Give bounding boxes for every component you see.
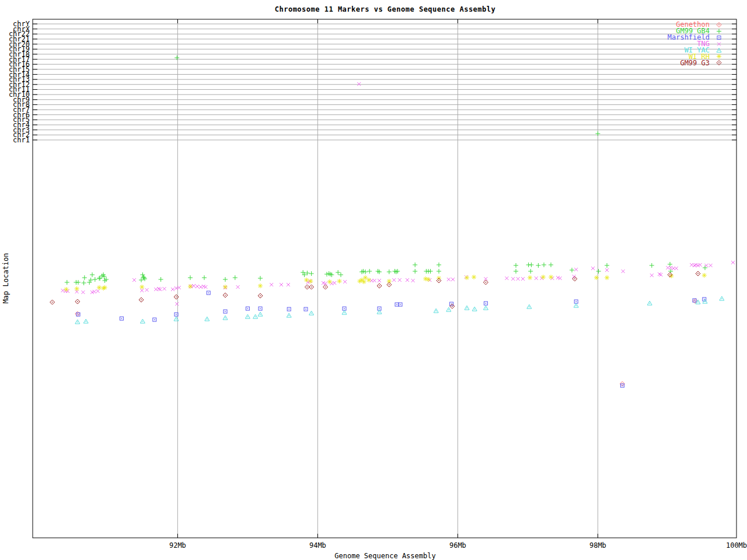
- data-point: [357, 82, 361, 86]
- data-point: [363, 275, 368, 280]
- data-point: [511, 277, 515, 281]
- plus-marker-icon: [714, 28, 724, 34]
- x-tick-label-94Mb: 94Mb: [309, 541, 326, 550]
- diamond-marker-icon: [714, 22, 724, 28]
- data-point: [333, 281, 336, 285]
- data-point: [574, 268, 578, 271]
- data-point: [693, 299, 697, 303]
- data-point: [413, 269, 417, 274]
- data-point: [591, 267, 595, 270]
- data-point: [145, 288, 149, 292]
- data-point: [516, 277, 520, 281]
- star-marker-icon: [714, 53, 724, 60]
- data-point: [188, 284, 193, 289]
- data-point: [574, 303, 578, 307]
- data-point: [75, 299, 80, 304]
- data-point: [153, 318, 156, 321]
- data-point: [280, 283, 283, 286]
- data-point: [343, 280, 347, 284]
- data-point: [573, 275, 576, 278]
- data-point: [542, 262, 546, 267]
- data-point: [514, 269, 518, 274]
- data-point: [103, 285, 107, 290]
- data-point: [175, 302, 179, 306]
- data-point: [549, 262, 553, 267]
- data-point: [97, 276, 102, 281]
- data-point: [373, 279, 376, 282]
- data-point: [362, 279, 366, 284]
- data-point: [236, 285, 240, 289]
- data-point: [446, 307, 451, 312]
- data-point: [392, 278, 396, 282]
- data-point: [65, 280, 69, 285]
- plot-border: [33, 19, 736, 538]
- data-point: [139, 278, 144, 282]
- data-point: [139, 285, 144, 289]
- data-point: [233, 275, 238, 280]
- data-point: [528, 275, 532, 280]
- data-point: [406, 278, 409, 282]
- data-point: [703, 265, 707, 270]
- x-tick-label-92Mb: 92Mb: [169, 541, 186, 550]
- data-point: [377, 284, 382, 288]
- diamond-marker-icon: [714, 60, 724, 66]
- data-point: [223, 285, 228, 289]
- data-point: [521, 277, 525, 281]
- data-point: [702, 273, 707, 278]
- data-point: [75, 286, 79, 291]
- data-point: [549, 275, 553, 279]
- data-point: [483, 306, 488, 310]
- data-point: [246, 307, 249, 310]
- y-tick-label-chr1: chr1: [13, 136, 30, 144]
- x-tick-label-100Mb: 100Mb: [726, 541, 747, 550]
- data-point: [342, 310, 347, 314]
- data-point: [171, 288, 174, 291]
- chart: chrYchrXchr22chr21chr20chr19chr18chr17ch…: [0, 0, 747, 560]
- data-point: [223, 293, 228, 298]
- data-point: [605, 263, 609, 268]
- data-point: [395, 303, 399, 306]
- data-point: [83, 319, 88, 323]
- data-point: [338, 272, 343, 277]
- data-point: [472, 307, 477, 311]
- data-point: [437, 262, 441, 267]
- data-point: [75, 312, 80, 316]
- data-point: [253, 314, 258, 318]
- data-point: [426, 277, 431, 282]
- chart-title: Chromosome 11 Markers vs Genome Sequence…: [23, 5, 747, 13]
- x-tick-label-96Mb: 96Mb: [449, 541, 466, 550]
- data-point: [434, 309, 438, 313]
- plot-area: chrYchrXchr22chr21chr20chr19chr18chr17ch…: [0, 0, 747, 560]
- data-point: [258, 293, 263, 298]
- data-point: [514, 263, 518, 268]
- data-point: [245, 314, 250, 318]
- data-point: [484, 302, 487, 305]
- data-point: [465, 275, 469, 280]
- data-point: [541, 275, 546, 279]
- data-point: [650, 274, 654, 277]
- data-point: [675, 267, 678, 270]
- data-point: [366, 278, 371, 282]
- data-point: [202, 275, 207, 280]
- x-axis-title: Genome Sequence Assembly: [23, 552, 747, 560]
- x-tick-label-98Mb: 98Mb: [589, 541, 606, 550]
- legend-label-gm99-g3: GM99 G3: [680, 60, 710, 66]
- data-point: [287, 283, 290, 286]
- data-point: [76, 280, 81, 285]
- data-point: [309, 271, 314, 276]
- data-point: [399, 303, 402, 306]
- data-point: [398, 278, 402, 282]
- data-point: [90, 272, 95, 277]
- data-point: [428, 269, 433, 274]
- data-point: [605, 268, 609, 272]
- data-point: [437, 269, 441, 274]
- data-point: [387, 270, 392, 274]
- data-point: [188, 275, 193, 280]
- data-point: [192, 284, 196, 288]
- data-point: [82, 275, 87, 280]
- data-point: [620, 384, 624, 387]
- data-point: [97, 285, 102, 290]
- data-point: [570, 268, 574, 272]
- data-point: [696, 271, 700, 276]
- data-point: [258, 312, 263, 316]
